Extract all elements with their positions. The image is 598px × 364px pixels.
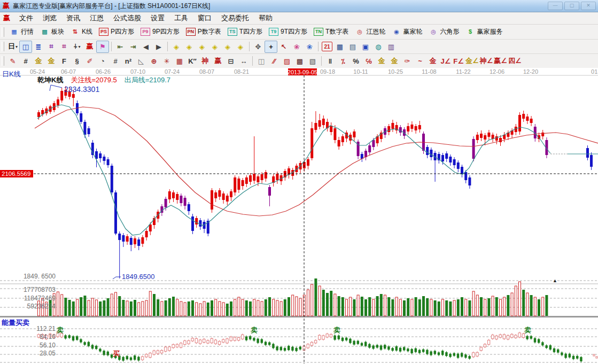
volume-bar xyxy=(207,303,209,316)
indicator-candle xyxy=(160,351,162,353)
indicator-candle xyxy=(438,352,440,355)
indicator-candle xyxy=(384,345,386,348)
indicator-candle xyxy=(322,336,324,339)
candle-body xyxy=(72,94,75,98)
indicator-candle xyxy=(353,341,355,345)
volume-bar xyxy=(230,301,232,316)
indicator-candle xyxy=(299,347,301,350)
volume-bar xyxy=(487,298,490,316)
candle-body xyxy=(453,159,456,165)
date-label: 11-22 xyxy=(456,68,470,75)
volume-bar xyxy=(261,301,263,316)
candle-body xyxy=(410,125,413,129)
candle-body xyxy=(149,224,152,231)
indicator-candle xyxy=(176,344,178,347)
candle-body xyxy=(230,191,232,197)
volume-bar xyxy=(542,297,544,316)
volume-bar xyxy=(118,296,121,316)
indicator-candle xyxy=(576,356,578,359)
candle-body xyxy=(180,196,182,203)
indicator-candle xyxy=(134,355,136,360)
candle-body xyxy=(176,194,178,200)
volume-bar xyxy=(449,301,452,316)
date-label: 12-06 xyxy=(490,68,504,75)
indicator-candle xyxy=(157,351,159,354)
volume-bar xyxy=(253,299,255,316)
indicator-candle xyxy=(492,335,494,339)
indicator-candle xyxy=(395,346,398,351)
candle-body xyxy=(195,218,198,224)
indicator-candle xyxy=(107,352,109,355)
indicator-candle xyxy=(507,336,509,339)
indicator-candle xyxy=(88,342,90,346)
panel-label-daily-kline: 日K线 xyxy=(2,69,21,79)
indicator-candle xyxy=(326,334,328,337)
volume-bar xyxy=(418,299,421,316)
signal-label: 卖 xyxy=(333,326,340,334)
volume-bar xyxy=(438,301,440,316)
date-label: 10-11 xyxy=(353,68,368,75)
volume-bar xyxy=(507,295,509,316)
indicator-candle xyxy=(418,350,421,353)
volume-bar xyxy=(453,300,455,316)
candle-body xyxy=(57,99,59,105)
indicator-candle xyxy=(168,347,170,351)
candle-body xyxy=(310,128,313,158)
indicator-candle xyxy=(333,336,336,340)
volume-bar xyxy=(80,297,82,316)
volume-scale-label: 59236234 xyxy=(27,303,56,310)
volume-bar xyxy=(376,296,379,316)
volume-bar xyxy=(353,299,355,316)
indicator-edge-mark xyxy=(596,357,597,358)
candle-body xyxy=(199,220,201,227)
volume-bar xyxy=(476,295,478,316)
volume-bar xyxy=(442,299,444,316)
volume-bar xyxy=(215,299,217,316)
volume-bar xyxy=(211,300,213,316)
volume-bar xyxy=(96,300,98,316)
indicator-candle xyxy=(561,353,563,355)
volume-bar xyxy=(280,301,282,316)
volume-bar xyxy=(526,293,529,316)
volume-bar xyxy=(399,299,401,316)
volume-bar xyxy=(426,298,429,316)
volume-bar xyxy=(126,301,128,316)
candle-body xyxy=(353,131,355,137)
indicator-candle xyxy=(484,344,486,347)
volume-bar xyxy=(188,301,190,316)
indicator-candle xyxy=(349,339,351,343)
volume-bar xyxy=(157,299,159,316)
candle-body xyxy=(242,180,244,186)
volume-bar xyxy=(411,299,413,316)
candle-body xyxy=(445,153,448,159)
chart-canvas[interactable]: 05-2406-0706-2607-1007-2408-0708-212013-… xyxy=(0,0,598,364)
candle-body xyxy=(476,135,479,140)
volume-bar xyxy=(130,301,133,316)
candle-body xyxy=(211,190,213,210)
indicator-candle xyxy=(330,335,332,337)
candle-body xyxy=(237,179,240,190)
indicator-candle xyxy=(242,335,244,339)
indicator-candle xyxy=(103,351,105,355)
date-label: 10-25 xyxy=(388,68,403,75)
indicator-candle xyxy=(480,347,482,351)
candle-body xyxy=(426,147,429,155)
candle-body xyxy=(418,125,421,129)
volume-bar xyxy=(322,290,325,316)
volume-bar xyxy=(242,299,244,316)
volume-bar xyxy=(149,291,151,316)
chart-background xyxy=(0,68,598,364)
indicator-candle xyxy=(249,336,251,339)
volume-bar xyxy=(72,301,75,316)
date-label: 11-08 xyxy=(422,68,436,75)
candle-body xyxy=(99,153,102,158)
volume-bar xyxy=(465,299,467,316)
volume-bar xyxy=(222,303,224,316)
volume-bar xyxy=(434,300,437,316)
candle-body xyxy=(522,114,525,119)
indicator-scale-label: 28.05 xyxy=(40,350,56,357)
volume-bar xyxy=(299,298,301,316)
candle-body xyxy=(107,159,110,165)
indicator-candle xyxy=(545,345,547,348)
candle-body xyxy=(111,166,113,192)
